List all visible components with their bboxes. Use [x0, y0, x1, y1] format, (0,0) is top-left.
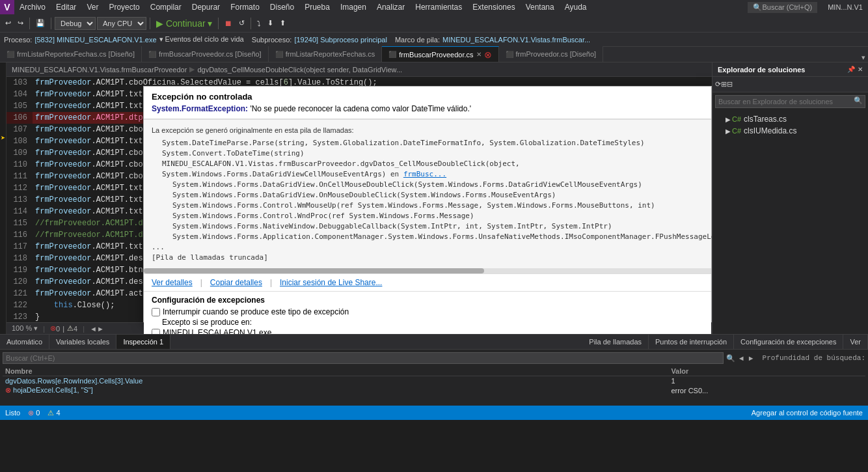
- checkbox-row-2: MINEDU_ESCALAFON.V1.exe: [152, 328, 703, 334]
- inspection-search-input[interactable]: [3, 352, 724, 364]
- menu-imagen[interactable]: Imagen: [335, 1, 372, 13]
- solution-title-text: Explorador de soluciones: [718, 66, 805, 74]
- solution-search-input[interactable]: [715, 95, 865, 108]
- row2-value: error CS0...: [668, 385, 865, 395]
- marco-value[interactable]: MINEDU_ESCALAFON.V1.Vistas.frmBuscar...: [442, 36, 590, 44]
- menu-formato[interactable]: Formato: [225, 1, 265, 13]
- proceso-value[interactable]: [5832] MINEDU_ESCALAFON.V1.exe: [34, 36, 156, 44]
- stack-line-3: MINEDU_ESCALAFON.V1.Vistas.frmBuscarProv…: [152, 159, 703, 180]
- close-panel-btn[interactable]: ✕: [858, 66, 863, 73]
- main-content: ➤ MINEDU_ESCALAFON.V1.Vistas.frmBuscarPr…: [0, 62, 868, 334]
- tree-cs-icon-2: C#: [732, 127, 741, 135]
- nav-next-btn[interactable]: ►: [748, 354, 755, 362]
- menu-ventana[interactable]: Ventana: [521, 1, 560, 13]
- exe-label: MINEDU_ESCALAFON.V1.exe: [163, 328, 271, 334]
- proceso-label: Proceso:: [4, 36, 32, 44]
- menu-prueba[interactable]: Prueba: [299, 1, 335, 13]
- row1-name: dgvDatos.Rows[e.RowIndex].Cells[3].Value: [3, 376, 668, 386]
- exe-checkbox[interactable]: [152, 329, 160, 335]
- code-editor[interactable]: MINEDU_ESCALAFON.V1.Vistas.frmBuscarProv…: [7, 62, 712, 334]
- cpu-config-select[interactable]: Any CPU: [97, 17, 146, 30]
- config-title: Configuración de excepciones: [152, 296, 703, 305]
- tab-close-btn[interactable]: ✕: [476, 51, 481, 58]
- tab-frm-listar-diseno1[interactable]: ⬛ frmListarReportexFechas.cs [Diseño]: [0, 46, 142, 62]
- tab-frm-listar[interactable]: ⬛ frmListarReportexFechas.cs: [269, 46, 383, 62]
- live-share-link[interactable]: Iniciar sesión de Live Share...: [280, 278, 382, 287]
- menu-herramientas[interactable]: Herramientas: [410, 1, 467, 13]
- step-out-btn[interactable]: ⬆: [277, 18, 288, 29]
- search-go-btn[interactable]: 🔍: [726, 354, 735, 363]
- save-btn[interactable]: 💾: [33, 18, 47, 29]
- pin-btn[interactable]: 📌: [847, 66, 855, 73]
- subproceso-value[interactable]: [19240] Subproceso principal: [294, 36, 387, 44]
- continue-btn[interactable]: ▶ Continuar ▾: [154, 17, 215, 30]
- global-search[interactable]: 🔍 Buscar (Ctrl+Q): [748, 2, 817, 13]
- tree-item-cls-medida[interactable]: ▶ C# clsIUMedida.cs: [712, 125, 868, 137]
- tree-cs-icon-1: C#: [732, 115, 741, 123]
- expand-btn[interactable]: ⊞: [721, 80, 727, 89]
- bottom-tab-inspeccion[interactable]: Inspección 1: [116, 335, 170, 349]
- bottom-tab-pila[interactable]: Pila de llamadas: [582, 335, 649, 349]
- menu-analizar[interactable]: Analizar: [372, 1, 410, 13]
- sep3: [150, 18, 150, 29]
- stack-line-7: System.Windows.Forms.Control.WndProc(ref…: [152, 211, 703, 221]
- sep4: [218, 18, 219, 29]
- menu-compilar[interactable]: Compilar: [145, 1, 187, 13]
- bottom-tab-ver[interactable]: Ver: [843, 335, 868, 349]
- bottom-tab-breakpoints[interactable]: Puntos de interrupción: [649, 335, 734, 349]
- eventos-dropdown[interactable]: ▾ Eventos del ciclo de vida: [159, 35, 244, 44]
- ver-detalles-link[interactable]: Ver detalles: [152, 278, 193, 287]
- stop-btn[interactable]: ⏹: [222, 18, 235, 29]
- inspection-content: 🔍 ◄ ► Profundidad de búsqueda: Nombre Va…: [0, 350, 868, 406]
- step-into-btn[interactable]: ⬇: [265, 18, 276, 29]
- warning-icon: ⚠: [67, 324, 74, 333]
- sync-btn[interactable]: ⟳: [715, 80, 721, 89]
- step-over-btn[interactable]: ⤵: [254, 18, 264, 29]
- restart-btn[interactable]: ↺: [236, 18, 247, 29]
- exception-type: System.FormatException:: [152, 104, 248, 113]
- scrollbar-thumb: [144, 268, 484, 273]
- stack-line-4: System.Windows.Forms.DataGridView.OnCell…: [152, 180, 703, 190]
- tab-frm-proveedor-diseno[interactable]: ⬛ frmProveedor.cs [Diseño]: [499, 46, 604, 62]
- menu-archivo[interactable]: Archivo: [14, 1, 51, 13]
- menu-editar[interactable]: Editar: [51, 1, 81, 13]
- filter-btn[interactable]: ⊟: [727, 80, 733, 89]
- bottom-tab-variables[interactable]: Variables locales: [49, 335, 116, 349]
- menu-diseno[interactable]: Diseño: [265, 1, 299, 13]
- nav-prev-btn[interactable]: ◄: [738, 354, 745, 362]
- debug-config-select[interactable]: Debug: [55, 17, 96, 30]
- exception-header: Excepción no controlada System.FormatExc…: [144, 87, 711, 119]
- redo-btn[interactable]: ↪: [15, 18, 26, 29]
- git-status[interactable]: Agregar al control de código fuente: [752, 409, 863, 417]
- nav-back-btn[interactable]: ◄: [90, 325, 97, 333]
- tab-icon2: ⬛: [148, 51, 156, 58]
- stack-line-1: System.DateTimeParse.Parse(string, Syste…: [152, 138, 703, 148]
- tree-item-cls-tareas[interactable]: ▶ C# clsTareas.cs: [712, 113, 868, 125]
- tab-frm-buscar-active[interactable]: ⬛ frmBuscarProveedor.cs ✕ ⊗: [382, 46, 498, 62]
- menu-ayuda[interactable]: Ayuda: [560, 1, 592, 13]
- marco-label: Marco de pila:: [395, 36, 440, 44]
- tab-frm-buscar-diseno[interactable]: ⬛ frmBuscarProveedor.cs [Diseño]: [142, 46, 269, 62]
- toolbar: ↩ ↪ 💾 Debug Any CPU ▶ Continuar ▾ ⏹ ↺ ⤵ …: [0, 14, 868, 33]
- status-warnings: ⚠ 4: [47, 409, 60, 417]
- tab-overflow-btn[interactable]: ▾: [859, 53, 868, 62]
- menu-ver[interactable]: Ver: [81, 1, 103, 13]
- menu-bar: V Archivo Editar Ver Proyecto Compilar D…: [0, 0, 868, 14]
- tab-icon5: ⬛: [506, 51, 513, 58]
- menu-depurar[interactable]: Depurar: [187, 1, 225, 13]
- stack-link[interactable]: frmBusc...: [403, 170, 446, 178]
- tree-arrow-2: ▶: [726, 128, 731, 135]
- exception-scrollbar[interactable]: [144, 268, 711, 273]
- exception-message: System.FormatException: 'No se puede rec…: [152, 104, 703, 113]
- copiar-detalles-link[interactable]: Copiar detalles: [210, 278, 262, 287]
- interrupt-checkbox[interactable]: [152, 308, 160, 316]
- menu-proyecto[interactable]: Proyecto: [103, 1, 144, 13]
- tab-error-badge: ⊗: [484, 49, 492, 60]
- col-name-header: Nombre: [3, 367, 668, 376]
- nav-forward-btn[interactable]: ►: [97, 325, 104, 333]
- exception-config: Configuración de excepciones Interrumpir…: [144, 291, 711, 334]
- bottom-tab-automatico[interactable]: Automático: [0, 335, 49, 349]
- bottom-tab-config-exc[interactable]: Configuración de excepciones: [734, 335, 843, 349]
- menu-extensiones[interactable]: Extensiones: [467, 1, 520, 13]
- undo-btn[interactable]: ↩: [3, 18, 14, 29]
